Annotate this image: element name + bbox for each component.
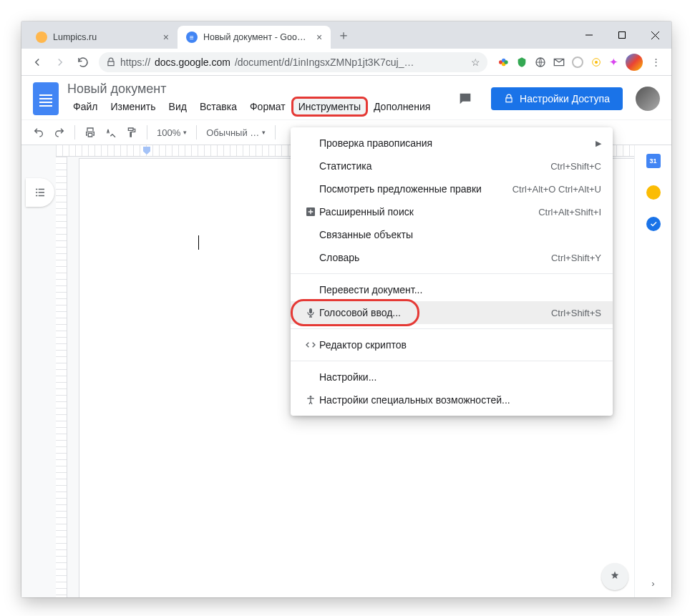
menu-item[interactable]: Голосовой ввод...Ctrl+Shift+S bbox=[291, 301, 613, 324]
minimize-button[interactable] bbox=[573, 24, 606, 47]
extension-icon[interactable] bbox=[516, 57, 528, 68]
menu-item-label: Проверка правописания bbox=[319, 137, 596, 149]
menu-item[interactable]: Перевести документ... bbox=[291, 278, 613, 301]
browser-tab[interactable]: Lumpics.ru × bbox=[27, 26, 178, 49]
profile-avatar[interactable] bbox=[626, 54, 643, 71]
indent-marker[interactable] bbox=[143, 147, 150, 155]
paint-format-button[interactable] bbox=[122, 122, 142, 142]
menu-addons[interactable]: Дополнения bbox=[368, 98, 436, 115]
menu-item-shortcut: Ctrl+Shift+S bbox=[551, 308, 601, 318]
menu-item[interactable]: Расширенный поискCtrl+Alt+Shift+I bbox=[291, 200, 613, 223]
tools-menu: Проверка правописания▶СтатистикаCtrl+Shi… bbox=[291, 127, 613, 416]
calendar-icon[interactable]: 31 bbox=[646, 154, 661, 168]
account-avatar[interactable] bbox=[636, 87, 660, 111]
menu-item-label: Голосовой ввод... bbox=[319, 307, 551, 318]
reload-button[interactable] bbox=[73, 52, 93, 72]
menu-item-label: Статистика bbox=[319, 160, 550, 172]
menu-format[interactable]: Формат bbox=[244, 98, 291, 115]
menu-item-label: Редактор скриптов bbox=[319, 339, 601, 351]
a11y-icon bbox=[302, 394, 319, 406]
favicon-lumpics bbox=[36, 31, 47, 43]
menu-item[interactable]: Настройки... bbox=[291, 366, 613, 388]
svg-point-7 bbox=[504, 60, 507, 64]
share-button[interactable]: Настройки Доступа bbox=[491, 87, 623, 110]
new-tab-button[interactable]: ＋ bbox=[334, 25, 354, 45]
extension-icon[interactable] bbox=[535, 57, 546, 68]
url-protocol: https:// bbox=[120, 57, 150, 68]
browser-menu-button[interactable]: ⋮ bbox=[646, 52, 666, 72]
mic-icon bbox=[302, 307, 319, 318]
menu-item-shortcut: Ctrl+Alt+Shift+I bbox=[538, 207, 601, 217]
explore-button[interactable] bbox=[601, 563, 628, 590]
svg-rect-13 bbox=[309, 308, 312, 313]
menu-item-label: Посмотреть предложенные правки bbox=[319, 183, 512, 195]
url-path: /document/d/1inIngsxZMNp1jt3K7cuj_… bbox=[235, 57, 414, 68]
window-controls bbox=[573, 21, 671, 49]
url-host: docs.google.com bbox=[155, 57, 230, 68]
text-cursor bbox=[198, 235, 199, 250]
favicon-docs: ≡ bbox=[186, 31, 198, 43]
menu-item[interactable]: Настройки специальных возможностей... bbox=[291, 388, 613, 411]
tab-title: Lumpics.ru bbox=[53, 32, 97, 42]
extension-icon[interactable] bbox=[497, 57, 509, 68]
zoom-select[interactable]: 100% bbox=[152, 126, 191, 140]
code-icon bbox=[302, 339, 319, 351]
docs-logo[interactable] bbox=[33, 82, 59, 115]
star-icon[interactable]: ☆ bbox=[471, 57, 480, 68]
keep-icon[interactable] bbox=[646, 185, 661, 200]
nav-forward-button[interactable] bbox=[50, 52, 70, 72]
menu-view[interactable]: Вид bbox=[163, 98, 193, 115]
svg-point-9 bbox=[573, 57, 583, 67]
menu-item[interactable]: СтатистикаCtrl+Shift+C bbox=[291, 155, 613, 177]
style-select[interactable]: Обычный … bbox=[202, 126, 270, 140]
menu-item-label: Настройки специальных возможностей... bbox=[319, 394, 601, 406]
extension-icon[interactable]: ✦ bbox=[609, 56, 618, 69]
menu-item[interactable]: Редактор скриптов bbox=[291, 333, 613, 356]
close-window-button[interactable] bbox=[638, 24, 671, 47]
extension-icon[interactable] bbox=[572, 57, 583, 68]
browser-tab[interactable]: ≡ Новый документ - Google Доку × bbox=[178, 26, 331, 49]
menu-tools[interactable]: Инструменты bbox=[293, 98, 366, 115]
docs-header: Новый документ Файл Изменить Вид Вставка… bbox=[21, 76, 671, 115]
tasks-icon[interactable] bbox=[646, 217, 661, 231]
collapse-sidepanel[interactable]: › bbox=[651, 578, 654, 589]
lock-icon bbox=[106, 57, 116, 67]
menu-insert[interactable]: Вставка bbox=[194, 98, 243, 115]
tab-close-icon[interactable]: × bbox=[316, 31, 322, 43]
side-panel: 31 › bbox=[634, 145, 671, 597]
tab-close-icon[interactable]: × bbox=[163, 31, 169, 43]
spellcheck-button[interactable] bbox=[101, 122, 121, 142]
comments-button[interactable] bbox=[452, 86, 478, 112]
menu-item-shortcut: Ctrl+Shift+C bbox=[550, 161, 601, 172]
extension-icon[interactable] bbox=[553, 57, 565, 68]
undo-button[interactable] bbox=[29, 122, 49, 142]
omnibox[interactable]: https://docs.google.com/document/d/1inIn… bbox=[99, 52, 487, 72]
maximize-button[interactable] bbox=[606, 24, 638, 47]
outline-toggle[interactable] bbox=[26, 178, 54, 207]
share-label: Настройки Доступа bbox=[520, 93, 610, 104]
menu-item-shortcut: Ctrl+Alt+O Ctrl+Alt+U bbox=[512, 184, 601, 195]
svg-point-14 bbox=[310, 396, 312, 398]
nav-back-button[interactable] bbox=[27, 52, 47, 72]
docname-area: Новый документ Файл Изменить Вид Вставка… bbox=[67, 82, 436, 115]
redo-button[interactable] bbox=[49, 122, 69, 142]
menu-item[interactable]: Проверка правописания▶ bbox=[291, 132, 613, 155]
doc-title[interactable]: Новый документ bbox=[67, 82, 436, 97]
tab-title: Новый документ - Google Доку bbox=[203, 32, 311, 42]
print-button[interactable] bbox=[80, 122, 100, 142]
menu-file[interactable]: Файл bbox=[67, 98, 103, 115]
svg-rect-1 bbox=[619, 32, 626, 39]
menu-item[interactable]: Посмотреть предложенные правкиCtrl+Alt+O… bbox=[291, 177, 613, 200]
menu-bar: Файл Изменить Вид Вставка Формат Инструм… bbox=[67, 98, 436, 115]
menu-edit[interactable]: Изменить bbox=[105, 98, 161, 115]
lock-icon bbox=[504, 94, 514, 104]
menu-item-label: Словарь bbox=[319, 252, 551, 263]
menu-item[interactable]: СловарьCtrl+Shift+Y bbox=[291, 246, 613, 269]
menu-item[interactable]: Связанные объекты bbox=[291, 223, 613, 246]
menu-item-label: Расширенный поиск bbox=[319, 206, 538, 217]
menu-item-label: Перевести документ... bbox=[319, 284, 601, 295]
menu-item-label: Настройки... bbox=[319, 371, 601, 383]
address-bar: https://docs.google.com/document/d/1inIn… bbox=[21, 49, 671, 76]
extension-icon[interactable] bbox=[591, 57, 602, 68]
vertical-ruler[interactable] bbox=[56, 157, 67, 597]
